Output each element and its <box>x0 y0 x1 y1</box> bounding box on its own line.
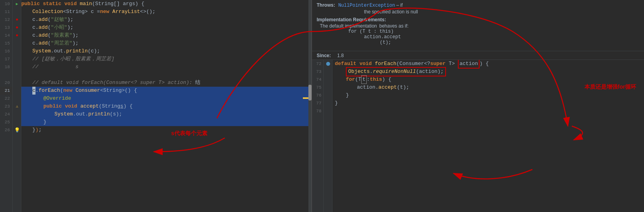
code-line-25: } <box>21 118 312 126</box>
gutter-16 <box>13 47 21 55</box>
code-line-20: // default void forEach(Consumer<? super… <box>21 79 312 87</box>
gutter-18 <box>13 63 21 71</box>
impl-desc1: The default implementation <box>320 23 377 29</box>
gutter-breakpoint-14: ● <box>13 32 21 39</box>
gutter-27 <box>13 134 21 142</box>
annotation-s: s代表每个元素 <box>171 130 207 137</box>
throws-suffix: – if <box>396 2 403 8</box>
code-line-23: public void accept(String s) { <box>21 102 312 110</box>
gutter-breakpoint-13: ● <box>13 24 21 32</box>
line-num-22: 22 <box>0 95 12 102</box>
right-doc-panel: Throws: NullPointerException – if the sp… <box>312 0 644 212</box>
line-num-17: 17 <box>0 55 12 63</box>
doc-top-section: Throws: NullPointerException – if the sp… <box>312 0 644 51</box>
throws-label: Throws: <box>317 2 335 8</box>
line-num-12: 12 <box>0 16 12 24</box>
annotation-loop: 本质还是增强for循环 <box>584 84 636 91</box>
gutter-17 <box>13 55 21 63</box>
doc-code-section: 72 73 74 75 76 77 78 <box>312 60 644 212</box>
code-line-17: // [赵敏，小昭，殷素素，周芷若] <box>21 55 312 63</box>
gutter-20 <box>13 79 21 87</box>
left-editor-panel: 10 11 12 13 14 15 16 17 18 20 21 22 23 2… <box>0 0 312 212</box>
throws-desc: the specified action is null <box>364 9 418 15</box>
doc-code-line-74: for (T t : this) { <box>335 76 644 84</box>
line-num-14: 14 <box>0 32 12 39</box>
doc-code-line-72: default void forEach(Consumer<? super T>… <box>335 60 644 68</box>
gutter-24 <box>13 110 21 118</box>
doc-code-line-77: } <box>335 99 644 107</box>
line-num-10: 10 <box>0 0 12 8</box>
code-line-14: c.add("殷素素"); <box>21 32 312 39</box>
doc-code-line-73: Objects.requireNonNull(action); <box>335 68 644 76</box>
code-line-18: // s <box>21 63 312 71</box>
gutter-play-10: ▶ <box>13 0 21 8</box>
action-param-highlight: action <box>458 60 480 69</box>
impl-code2: action.accept <box>364 34 401 40</box>
code-line-12: c.add("赵敏"); <box>21 16 312 24</box>
gutter-warn-23: ⚠ <box>13 102 21 110</box>
code-line-26: }); <box>21 126 312 134</box>
gutter-21 <box>13 87 21 95</box>
since-label: Since: <box>317 53 331 58</box>
gutter-19 <box>13 71 21 79</box>
throws-link: NullPointerException <box>338 3 395 8</box>
line-num-16: 16 <box>0 47 12 55</box>
line-num-21: 21 <box>0 87 12 95</box>
doc-code-line-76: } <box>335 91 644 99</box>
impl-code3: (t); <box>380 40 391 45</box>
code-line-16: System.out.println(c); <box>21 47 312 55</box>
line-num-18: 18 <box>0 63 12 71</box>
gutter-15 <box>13 39 21 47</box>
code-line-21: c.forEach(new Consumer<String>() { <box>21 87 312 95</box>
gutter-11 <box>13 8 21 16</box>
line-num-15: 15 <box>0 39 12 47</box>
code-line-22: @Override <box>21 95 312 102</box>
code-line-13: c.add("小昭"); <box>21 24 312 32</box>
line-num-25: 25 <box>0 118 12 126</box>
gutter-22 <box>13 95 21 102</box>
line-num-24: 24 <box>0 110 12 118</box>
doc-code-line-78 <box>335 107 644 115</box>
impl-label: Implementation Requirements: <box>317 17 386 22</box>
gutter-25 <box>13 118 21 126</box>
gutter-bulb-26: 💡 <box>13 126 21 134</box>
code-line-15: c.add("周芷若"); <box>21 39 312 47</box>
gutter-breakpoint-12: ● <box>13 16 21 24</box>
line-num-19 <box>0 71 12 79</box>
step-indicator-72 <box>326 62 330 66</box>
code-line-27 <box>21 134 312 142</box>
line-num-11: 11 <box>0 8 12 16</box>
line-num-13: 13 <box>0 24 12 32</box>
code-line-11: Collection<String> c = new ArrayList<>()… <box>21 8 312 16</box>
code-line-10: public static void main(String[] args) { <box>21 0 312 8</box>
since-value: 1.8 <box>337 53 344 58</box>
code-line-24: System.out.println(s); <box>21 110 312 118</box>
impl-code1: for (T t : this) <box>348 29 394 34</box>
main-wrapper: 10 11 12 13 14 15 16 17 18 20 21 22 23 2… <box>0 0 644 212</box>
impl-desc2: behaves as if: <box>379 23 409 29</box>
code-line-19 <box>21 71 312 79</box>
line-num-26: 26 <box>0 126 12 134</box>
line-num-23: 23 <box>0 102 12 110</box>
line-num-20: 20 <box>0 79 12 87</box>
line-num-27 <box>0 134 12 142</box>
